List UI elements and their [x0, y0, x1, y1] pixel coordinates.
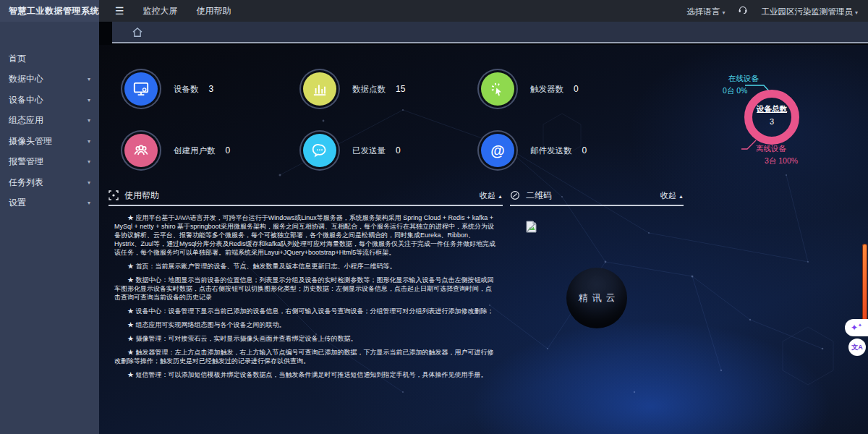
nav-usage-help[interactable]: 使用帮助: [197, 5, 231, 17]
chevron-down-icon: ▾: [722, 9, 725, 16]
main-area: 设备数 3 数据点数 15 触发器数 0: [99, 22, 868, 434]
sidebar-item-settings[interactable]: 设置 ▾: [0, 193, 99, 214]
chevron-down-icon: ▾: [88, 158, 90, 165]
hamburger-menu-icon[interactable]: ☰: [115, 5, 124, 17]
online-devices-value: 0台 0%: [723, 86, 747, 96]
offline-devices-value: 3台 100%: [765, 156, 798, 166]
donut-title: 设备总数: [744, 104, 799, 114]
sidebar-item-task-list[interactable]: 任务列表 ▾: [0, 172, 99, 193]
users-icon: [124, 134, 158, 167]
chevron-down-icon: ▾: [88, 138, 90, 145]
jingxun-cloud-watermark: 精讯云: [566, 268, 627, 328]
chevron-up-icon: ▲: [678, 194, 684, 199]
nav-monitor-screen[interactable]: 监控大屏: [143, 5, 178, 17]
home-tab[interactable]: [131, 26, 144, 39]
app-title: 智慧工业数据管理系统: [0, 0, 99, 22]
broken-image-icon: [526, 221, 537, 233]
dashboard-content: 设备数 3 数据点数 15 触发器数 0: [99, 45, 868, 434]
usage-help-header: 使用帮助 收起▲: [109, 186, 503, 206]
trigger-click-icon: [481, 72, 514, 106]
sidebar-item-device-center[interactable]: 设备中心 ▾: [0, 90, 99, 111]
tab-strip: [112, 22, 868, 43]
translate-extension-button[interactable]: 文A: [848, 339, 866, 356]
donut-total-value: 3: [744, 117, 799, 126]
offline-devices-label: 离线设备: [756, 144, 786, 154]
stat-card-triggers: 触发器数 0: [481, 72, 579, 106]
chevron-down-icon: ▾: [88, 117, 90, 124]
stat-card-devices: 设备数 3: [124, 72, 213, 106]
qrcode-header: 二维码 收起▲: [510, 186, 684, 206]
chevron-down-icon: ▾: [88, 76, 90, 82]
qrcode-title: 二维码: [526, 190, 552, 202]
page-scrollbar-thumb[interactable]: [862, 244, 867, 320]
bar-chart-icon: [303, 72, 336, 106]
scan-icon: [109, 190, 119, 200]
sparkle-extension-button[interactable]: ✦✦: [845, 319, 868, 336]
usage-help-title: 使用帮助: [124, 190, 159, 202]
stat-card-users: 创建用户数 0: [124, 134, 230, 167]
stat-card-emails: @ 邮件发送数 0: [481, 134, 587, 167]
monitor-icon: [124, 72, 158, 106]
stat-card-data-points: 数据点数 15: [303, 72, 405, 106]
chevron-down-icon: ▾: [855, 9, 858, 16]
stat-card-sent: 已发送量 0: [303, 134, 401, 167]
top-navbar: 智慧工业数据管理系统 ☰ 监控大屏 使用帮助 选择语言▾ 工业园区污染监测管理员…: [0, 0, 868, 22]
chevron-up-icon: ▲: [498, 194, 503, 199]
message-icon: [303, 134, 336, 167]
sidebar-item-data-center[interactable]: 数据中心 ▾: [0, 69, 99, 90]
chevron-down-icon: ▾: [88, 200, 90, 206]
sidebar: 首页 数据中心 ▾ 设备中心 ▾ 组态应用 ▾ 摄像头管理 ▾ 报警管理 ▾ 任…: [0, 22, 99, 434]
help-collapse-button[interactable]: 收起▲: [480, 190, 503, 201]
usage-help-panel: 使用帮助 收起▲ ★ 应用平台基于JAVA语言开发，可跨平台运行于Windows…: [109, 186, 503, 380]
language-selector[interactable]: 选择语言▾: [686, 4, 725, 17]
user-menu[interactable]: 工业园区污染监测管理员▾: [761, 4, 858, 17]
at-icon: @: [481, 134, 514, 167]
sidebar-item-configuration-app[interactable]: 组态应用 ▾: [0, 111, 99, 132]
sidebar-item-alarm-management[interactable]: 报警管理 ▾: [0, 152, 99, 173]
usage-help-text: ★ 应用平台基于JAVA语言开发，可跨平台运行于Windows或Linux等服务…: [109, 206, 503, 380]
qr-collapse-button[interactable]: 收起▲: [660, 190, 684, 201]
sidebar-item-home[interactable]: 首页: [0, 48, 99, 69]
sidebar-item-camera-management[interactable]: 摄像头管理 ▾: [0, 131, 99, 152]
qrcode-icon: [510, 190, 520, 200]
headset-icon[interactable]: [738, 4, 748, 17]
sparkle-icon: ✦✦: [851, 323, 862, 333]
chevron-down-icon: ▾: [88, 179, 90, 186]
translate-icon: 文A: [851, 343, 863, 352]
chevron-down-icon: ▾: [88, 97, 90, 103]
